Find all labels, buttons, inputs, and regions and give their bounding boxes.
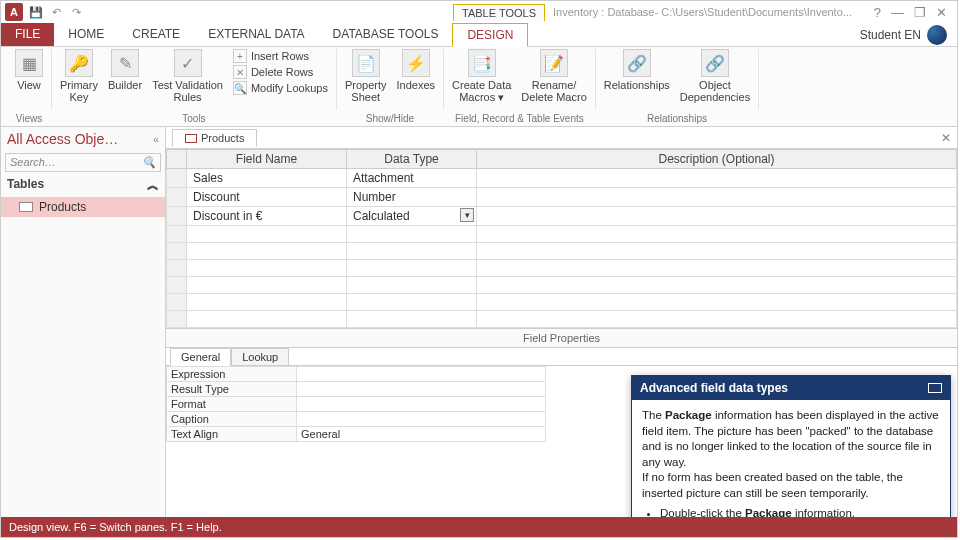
minimize-icon[interactable]: ― — [891, 5, 904, 20]
restore-icon[interactable]: ❐ — [914, 5, 926, 20]
nav-item-products[interactable]: Products — [1, 197, 165, 217]
titlebar: A 💾 ↶ ↷ TABLE TOOLS Inventory : Database… — [1, 1, 957, 23]
grid-row[interactable] — [167, 311, 957, 328]
grid-row[interactable]: DiscountNumber — [167, 188, 957, 207]
col-field-name: Field Name — [187, 150, 347, 169]
app-icon: A — [5, 3, 23, 21]
indexes-icon: ⚡ — [402, 49, 430, 77]
tab-database-tools[interactable]: DATABASE TOOLS — [319, 23, 453, 46]
primary-key-button[interactable]: 🔑Primary Key — [60, 49, 98, 103]
test-validation-button[interactable]: ✓Test Validation Rules — [152, 49, 223, 103]
rename-delete-macro-button[interactable]: 📝Rename/ Delete Macro — [521, 49, 586, 103]
modify-lookups-button[interactable]: 🔍Modify Lookups — [233, 81, 328, 95]
property-sheet-button[interactable]: 📄Property Sheet — [345, 49, 387, 103]
relationships-button[interactable]: 🔗Relationships — [604, 49, 670, 91]
nav-header[interactable]: All Access Obje…« — [1, 127, 165, 151]
design-area: Products ✕ Field Name Data Type Descript… — [166, 127, 957, 517]
tab-create[interactable]: CREATE — [118, 23, 194, 46]
user-name: Student EN — [860, 28, 921, 42]
help-overlay: Advanced field data types The Package in… — [631, 375, 951, 517]
object-tab-products[interactable]: Products — [172, 129, 257, 147]
overlay-minimize-icon[interactable] — [928, 383, 942, 393]
ribbon-tabstrip: FILE HOME CREATE EXTERNAL DATA DATABASE … — [1, 23, 957, 47]
window-title: Inventory : Database- C:\Users\Student\D… — [553, 6, 852, 18]
dependencies-icon: 🔗 — [701, 49, 729, 77]
group-relationships-caption: Relationships — [647, 113, 707, 124]
delete-rows-button[interactable]: ✕Delete Rows — [233, 65, 328, 79]
grid-row[interactable]: SalesAttachment — [167, 169, 957, 188]
view-button[interactable]: ▦View — [15, 49, 43, 91]
close-object-icon[interactable]: ✕ — [941, 131, 951, 145]
group-tools-caption: Tools — [182, 113, 205, 124]
status-bar: Design view. F6 = Switch panes. F1 = Hel… — [1, 517, 957, 537]
context-tab-tabletools: TABLE TOOLS — [453, 4, 545, 21]
help-icon[interactable]: ? — [874, 5, 881, 20]
grid-row[interactable]: Discount in €Calculated▾ — [167, 207, 957, 226]
col-data-type: Data Type — [347, 150, 477, 169]
group-showhide-caption: Show/Hide — [366, 113, 414, 124]
avatar-icon — [927, 25, 947, 45]
property-sheet-icon: 📄 — [352, 49, 380, 77]
data-macros-icon: 📑 — [468, 49, 496, 77]
validation-icon: ✓ — [174, 49, 202, 77]
create-data-macros-button[interactable]: 📑Create Data Macros ▾ — [452, 49, 511, 103]
field-properties-header: Field Properties — [166, 328, 957, 348]
rename-macro-icon: 📝 — [540, 49, 568, 77]
grid-row[interactable] — [167, 277, 957, 294]
chevron-down-icon: « — [153, 133, 159, 145]
relationships-icon: 🔗 — [623, 49, 651, 77]
property-grid[interactable]: Expression Result Type Format Caption Te… — [166, 366, 546, 442]
insert-rows-icon: + — [233, 49, 247, 63]
tab-home[interactable]: HOME — [54, 23, 118, 46]
grid-row[interactable] — [167, 243, 957, 260]
save-icon[interactable]: 💾 — [29, 5, 43, 19]
close-icon[interactable]: ✕ — [936, 5, 947, 20]
user-account[interactable]: Student EN — [850, 23, 957, 46]
key-icon: 🔑 — [65, 49, 93, 77]
ribbon: ▦View Views 🔑Primary Key ✎Builder ✓Test … — [1, 47, 957, 127]
delete-rows-icon: ✕ — [233, 65, 247, 79]
table-icon — [185, 134, 197, 143]
grid-row[interactable] — [167, 226, 957, 243]
object-dependencies-button[interactable]: 🔗Object Dependencies — [680, 49, 750, 103]
search-icon: 🔍 — [142, 156, 156, 169]
redo-icon[interactable]: ↷ — [69, 5, 83, 19]
builder-button[interactable]: ✎Builder — [108, 49, 142, 91]
prop-tab-general[interactable]: General — [170, 348, 231, 366]
group-events-caption: Field, Record & Table Events — [455, 113, 584, 124]
table-icon — [19, 202, 33, 212]
tab-file[interactable]: FILE — [1, 23, 54, 46]
group-views-caption: Views — [16, 113, 43, 124]
collapse-icon: ︽ — [147, 177, 159, 194]
tab-external-data[interactable]: EXTERNAL DATA — [194, 23, 318, 46]
navigation-pane: All Access Obje…« Search…🔍 Tables︽ Produ… — [1, 127, 166, 517]
indexes-button[interactable]: ⚡Indexes — [397, 49, 436, 91]
grid-row[interactable] — [167, 294, 957, 311]
col-description: Description (Optional) — [477, 150, 957, 169]
object-tabstrip: Products ✕ — [166, 127, 957, 149]
insert-rows-button[interactable]: +Insert Rows — [233, 49, 328, 63]
prop-tab-lookup[interactable]: Lookup — [231, 348, 289, 366]
overlay-title: Advanced field data types — [640, 381, 788, 395]
lookup-icon: 🔍 — [233, 81, 247, 95]
field-design-grid[interactable]: Field Name Data Type Description (Option… — [166, 149, 957, 328]
grid-row[interactable] — [167, 260, 957, 277]
datatype-dropdown-icon[interactable]: ▾ — [460, 208, 474, 222]
nav-group-tables[interactable]: Tables︽ — [1, 174, 165, 197]
undo-icon[interactable]: ↶ — [49, 5, 63, 19]
builder-icon: ✎ — [111, 49, 139, 77]
search-input[interactable]: Search…🔍 — [5, 153, 161, 172]
tab-design[interactable]: DESIGN — [452, 23, 528, 47]
view-icon: ▦ — [15, 49, 43, 77]
app-window: A 💾 ↶ ↷ TABLE TOOLS Inventory : Database… — [0, 0, 958, 538]
